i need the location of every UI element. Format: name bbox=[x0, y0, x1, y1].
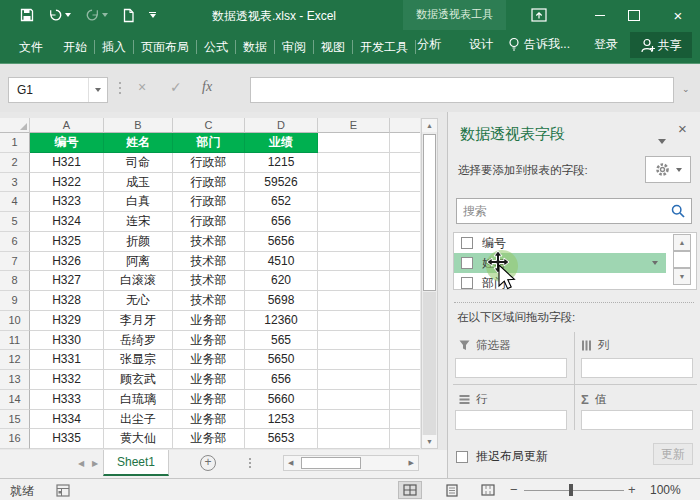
minimize-button[interactable] bbox=[590, 5, 610, 25]
tab-analyze[interactable]: 分析 bbox=[404, 36, 454, 53]
insert-function-icon[interactable]: fx bbox=[202, 79, 212, 95]
cell[interactable]: 白滚滚 bbox=[104, 271, 173, 291]
cell[interactable]: 620 bbox=[245, 271, 318, 291]
cell[interactable]: 技术部 bbox=[173, 271, 245, 291]
cell[interactable]: H323 bbox=[30, 192, 104, 212]
cell[interactable] bbox=[318, 133, 390, 153]
cell[interactable] bbox=[390, 311, 420, 331]
column-header[interactable]: B bbox=[104, 118, 173, 133]
cell[interactable]: 业务部 bbox=[173, 350, 245, 370]
update-button[interactable]: 更新 bbox=[653, 443, 693, 465]
cell[interactable]: 5660 bbox=[245, 390, 318, 410]
cell[interactable]: 业绩 bbox=[245, 133, 318, 153]
cell[interactable] bbox=[390, 153, 420, 173]
cell[interactable]: H334 bbox=[30, 410, 104, 430]
cell[interactable] bbox=[318, 331, 390, 351]
horizontal-scrollbar[interactable]: ◀ ▶ bbox=[283, 455, 419, 471]
cell[interactable]: H332 bbox=[30, 370, 104, 390]
cell[interactable]: H322 bbox=[30, 173, 104, 193]
vertical-scroll-thumb[interactable] bbox=[423, 134, 436, 291]
field-list-scrollbar[interactable]: ▲ ▼ bbox=[673, 234, 691, 288]
cell[interactable] bbox=[318, 212, 390, 232]
row-header[interactable]: 6 bbox=[0, 232, 30, 252]
cell[interactable]: 59526 bbox=[245, 173, 318, 193]
row-header[interactable]: 15 bbox=[0, 410, 30, 430]
row-header[interactable]: 3 bbox=[0, 173, 30, 193]
cell[interactable] bbox=[390, 331, 420, 351]
row-header[interactable]: 1 bbox=[0, 133, 30, 153]
cell[interactable]: 656 bbox=[245, 212, 318, 232]
undo-button[interactable] bbox=[48, 8, 71, 22]
maximize-button[interactable] bbox=[624, 5, 644, 25]
cell[interactable] bbox=[318, 271, 390, 291]
cell[interactable] bbox=[390, 410, 420, 430]
customize-qat-caret[interactable] bbox=[149, 12, 156, 18]
tab-formulas[interactable]: 公式 bbox=[197, 37, 235, 57]
horizontal-scroll-thumb[interactable] bbox=[301, 457, 361, 469]
tab-scroll-right-icon[interactable]: ▶ bbox=[92, 459, 98, 468]
expand-formula-bar-icon[interactable]: ⌄ bbox=[682, 84, 690, 94]
tab-page-layout[interactable]: 页面布局 bbox=[134, 37, 196, 57]
cell[interactable] bbox=[318, 192, 390, 212]
cell[interactable] bbox=[390, 350, 420, 370]
zoom-slider-thumb[interactable] bbox=[569, 484, 573, 496]
cell[interactable]: H329 bbox=[30, 311, 104, 331]
share-button[interactable]: 共享 bbox=[630, 32, 692, 58]
cell[interactable]: 行政部 bbox=[173, 173, 245, 193]
tell-me-button[interactable]: 告诉我... bbox=[508, 36, 570, 53]
cell[interactable] bbox=[390, 271, 420, 291]
scroll-up-arrow[interactable]: ▲ bbox=[422, 119, 437, 132]
row-header[interactable]: 12 bbox=[0, 350, 30, 370]
cell[interactable]: 4510 bbox=[245, 252, 318, 272]
cell[interactable] bbox=[318, 252, 390, 272]
cell[interactable] bbox=[318, 232, 390, 252]
cell[interactable] bbox=[318, 291, 390, 311]
cell[interactable]: H321 bbox=[30, 153, 104, 173]
defer-layout-checkbox[interactable] bbox=[456, 451, 468, 463]
cell[interactable] bbox=[390, 390, 420, 410]
field-checkbox[interactable] bbox=[461, 237, 473, 249]
cell[interactable]: 业务部 bbox=[173, 311, 245, 331]
cell[interactable]: 顾玄武 bbox=[104, 370, 173, 390]
tab-view[interactable]: 视图 bbox=[314, 37, 352, 57]
cell[interactable] bbox=[390, 291, 420, 311]
values-dropzone[interactable] bbox=[581, 410, 693, 430]
cell[interactable]: 技术部 bbox=[173, 291, 245, 311]
cell[interactable] bbox=[318, 153, 390, 173]
cell[interactable]: H324 bbox=[30, 212, 104, 232]
sheet-tab-active[interactable]: Sheet1 bbox=[103, 450, 169, 476]
cell[interactable] bbox=[390, 370, 420, 390]
cell[interactable]: 1215 bbox=[245, 153, 318, 173]
cell[interactable]: 行政部 bbox=[173, 192, 245, 212]
cell[interactable]: 656 bbox=[245, 370, 318, 390]
cell[interactable]: 1253 bbox=[245, 410, 318, 430]
cell[interactable]: H333 bbox=[30, 390, 104, 410]
cell[interactable] bbox=[318, 370, 390, 390]
tools-gear-button[interactable] bbox=[645, 156, 691, 183]
enter-check-icon[interactable]: ✓ bbox=[170, 79, 182, 95]
scroll-down-arrow[interactable]: ▼ bbox=[422, 435, 437, 448]
cell[interactable] bbox=[390, 429, 420, 449]
cell[interactable] bbox=[318, 311, 390, 331]
cell[interactable]: 折颜 bbox=[104, 232, 173, 252]
cell[interactable]: H325 bbox=[30, 232, 104, 252]
tab-file[interactable]: 文件 bbox=[12, 37, 50, 57]
cell[interactable]: 565 bbox=[245, 331, 318, 351]
row-header[interactable]: 13 bbox=[0, 370, 30, 390]
name-box[interactable]: G1 bbox=[8, 77, 108, 103]
new-sheet-button[interactable]: + bbox=[200, 455, 216, 471]
cell[interactable]: 白真 bbox=[104, 192, 173, 212]
cell[interactable]: H330 bbox=[30, 331, 104, 351]
row-header[interactable]: 2 bbox=[0, 153, 30, 173]
cell[interactable]: 连宋 bbox=[104, 212, 173, 232]
cell[interactable]: 阿离 bbox=[104, 252, 173, 272]
row-header[interactable]: 11 bbox=[0, 331, 30, 351]
column-header-partial[interactable] bbox=[390, 118, 420, 133]
save-icon[interactable] bbox=[20, 8, 34, 22]
new-document-icon[interactable] bbox=[122, 8, 135, 23]
tab-scroll-left-icon[interactable]: ◀ bbox=[78, 459, 84, 468]
sign-in-button[interactable]: 登录 bbox=[594, 36, 618, 53]
cell[interactable] bbox=[318, 390, 390, 410]
cell[interactable]: 编号 bbox=[30, 133, 104, 153]
cell[interactable]: 行政部 bbox=[173, 153, 245, 173]
